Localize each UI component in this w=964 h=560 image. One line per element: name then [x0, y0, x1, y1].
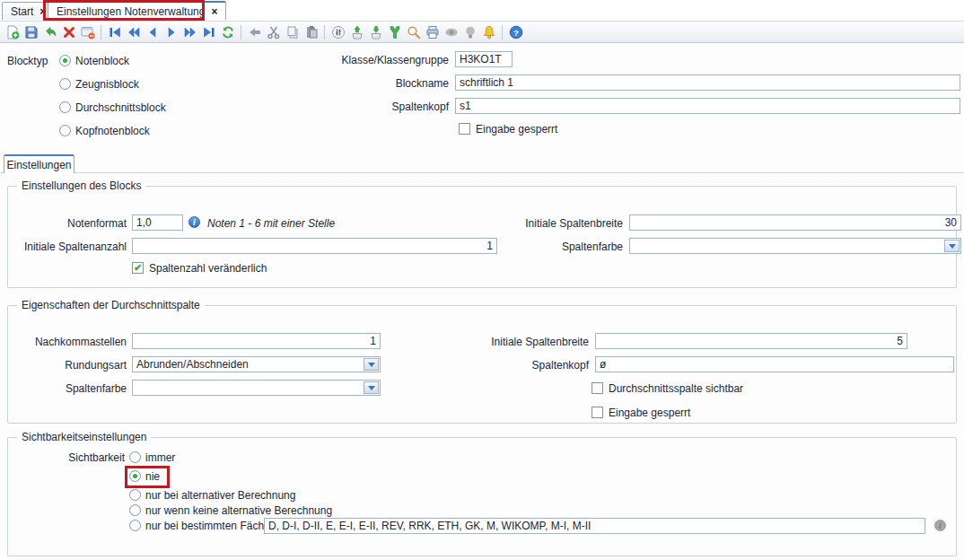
tab-active-close-icon[interactable]: ×: [211, 5, 217, 18]
radio-durchschnittsblock-label: Durchschnittsblock: [75, 100, 166, 116]
radio-nur-bei-bestimmten-faechern[interactable]: [129, 520, 141, 531]
back-arrow-icon[interactable]: [245, 22, 264, 41]
radio-notenblock[interactable]: [59, 55, 71, 66]
chevron-down-icon: [368, 386, 375, 390]
help-icon[interactable]: ?: [506, 22, 525, 41]
export-basket-icon[interactable]: [366, 22, 385, 41]
hint-bulb-icon[interactable]: [460, 22, 479, 41]
main-toolbar: ?: [0, 21, 964, 43]
nav-last-icon[interactable]: [199, 22, 218, 41]
avg-initiale-spaltenbreite-field[interactable]: 5: [595, 333, 907, 349]
klasse-field[interactable]: H3KO1T: [455, 51, 513, 67]
spaltenfarbe-combo[interactable]: [629, 238, 961, 254]
notenformat-info-icon[interactable]: i: [188, 216, 200, 228]
spaltenkopf-field[interactable]: s1: [455, 98, 960, 114]
radio-zeugnisblock[interactable]: [59, 78, 71, 90]
group-eigenschaften-durchschnittspalte: Eigenschaften der Durchschnittspalte Nac…: [7, 305, 957, 424]
notenformat-label: Notenformat: [8, 215, 127, 232]
blockname-field[interactable]: schriftlich 1: [455, 74, 960, 91]
visibility-icon[interactable]: [442, 22, 460, 41]
save-icon[interactable]: [22, 22, 40, 41]
initiale-spaltenbreite-label: Initiale Spaltenbreite: [497, 215, 623, 232]
toolbar-separator: [324, 25, 325, 39]
refresh-icon[interactable]: [218, 22, 237, 41]
radio-nur-bei-alternativer-berechnung-label: nur bei alternativer Berechnung: [145, 487, 295, 503]
avg-spaltenkopf-field[interactable]: ø: [595, 356, 954, 372]
avg-spaltenfarbe-combo[interactable]: [132, 380, 381, 396]
rundungsart-label: Rundungsart: [8, 357, 127, 373]
avg-initiale-spaltenbreite-label: Initiale Spaltenbreite: [463, 334, 589, 350]
spaltenzahl-veraenderlich-checkbox[interactable]: [132, 262, 144, 274]
notenformat-field[interactable]: 1,0: [132, 214, 183, 231]
group-sichtbarkeitseinstellungen: Sichtbarkeitseinstellungen Sichtbarkeit …: [7, 437, 957, 556]
avg-spaltenfarbe-label: Spaltenfarbe: [8, 381, 127, 397]
new-record-icon[interactable]: [3, 22, 22, 41]
svg-text:?: ?: [513, 27, 519, 37]
rundungsart-value: Abrunden/Abschneiden: [136, 358, 249, 371]
faecher-info-icon: i: [934, 520, 946, 531]
radio-zeugnisblock-label: Zeugnisblock: [75, 76, 139, 92]
notification-bell-icon[interactable]: [479, 22, 498, 41]
group-einstellungen-des-blocks: Einstellungen des Blocks Notenformat 1,0…: [7, 186, 957, 288]
options-icon[interactable]: [329, 22, 347, 41]
initiale-spaltenanzahl-field[interactable]: 1: [132, 238, 497, 254]
spaltenfarbe-dropdown-button[interactable]: [944, 240, 960, 252]
radio-immer[interactable]: [129, 451, 141, 463]
nav-first-icon[interactable]: [105, 22, 124, 41]
radio-nur-bei-alternativer-berechnung[interactable]: [129, 489, 141, 501]
tab-start-close-icon[interactable]: ×: [39, 5, 46, 18]
merge-icon[interactable]: [385, 22, 404, 41]
rundungsart-combo[interactable]: Abrunden/Abschneiden: [132, 356, 381, 372]
group-visibility-title: Sichtbarkeitseinstellungen: [17, 430, 151, 444]
durchschnittsspalte-sichtbar-label: Durchschnittsspalte sichtbar: [609, 381, 743, 397]
nachkommastellen-field[interactable]: 1: [132, 333, 381, 349]
avg-eingabe-gesperrt-checkbox[interactable]: [592, 407, 603, 418]
copy-icon[interactable]: [283, 22, 302, 41]
blockname-label: Blockname: [305, 75, 449, 92]
tab-start-label: Start: [11, 5, 33, 18]
durchschnittsspalte-sichtbar-checkbox[interactable]: [592, 382, 603, 394]
cut-icon[interactable]: [264, 22, 283, 41]
eingabe-gesperrt-checkbox[interactable]: [459, 123, 470, 135]
radio-nur-bei-bestimmten-faechern-label: nur bei bestimmten Fächern:: [145, 518, 283, 534]
nav-prev-icon[interactable]: [143, 22, 162, 41]
group-block-title: Einstellungen des Blocks: [17, 179, 145, 193]
radio-nie[interactable]: [129, 470, 141, 482]
avg-spaltenfarbe-dropdown-button[interactable]: [364, 381, 379, 394]
nav-next-fast-icon[interactable]: [180, 22, 199, 41]
faecher-field[interactable]: D, D-I, D-II, E, E-I, E-II, REV, RRK, ET…: [264, 518, 925, 534]
initiale-spaltenbreite-field[interactable]: 30: [629, 214, 961, 231]
radio-durchschnittsblock[interactable]: [59, 101, 71, 113]
avg-spaltenkopf-label: Spaltenkopf: [463, 357, 589, 373]
undo-icon[interactable]: [40, 22, 59, 41]
tab-einstellungen-notenverwaltung[interactable]: Einstellungen Notenverwaltung ×: [48, 1, 226, 20]
radio-nie-label: nie: [145, 468, 160, 485]
nav-prev-fast-icon[interactable]: [124, 22, 143, 41]
radio-nur-wenn-keine-alternative-berechnung[interactable]: [129, 504, 141, 516]
radio-immer-label: immer: [145, 450, 175, 466]
rundungsart-dropdown-button[interactable]: [364, 358, 379, 371]
klasse-label: Klasse/Klassengruppe: [305, 52, 449, 68]
tab-strip-line: [0, 172, 964, 173]
paste-icon[interactable]: [302, 22, 320, 41]
tab-active-label: Einstellungen Notenverwaltung: [57, 5, 205, 18]
spaltenfarbe-label: Spaltenfarbe: [497, 239, 623, 255]
radio-nur-wenn-keine-alternative-berechnung-label: nur wenn keine alternative Berechnung: [145, 503, 332, 519]
print-icon[interactable]: [423, 22, 442, 41]
spaltenzahl-veraenderlich-label: Spaltenzahl veränderlich: [149, 260, 267, 276]
radio-kopfnotenblock[interactable]: [59, 125, 71, 136]
nav-next-icon[interactable]: [162, 22, 180, 41]
import-basket-icon[interactable]: [347, 22, 366, 41]
avg-eingabe-gesperrt-label: Eingabe gesperrt: [609, 405, 690, 421]
tab-einstellungen-label: Einstellungen: [6, 159, 71, 171]
radio-notenblock-label: Notenblock: [75, 53, 129, 69]
delete-icon[interactable]: [59, 22, 78, 41]
search-icon[interactable]: [404, 22, 423, 41]
remove-dataset-icon[interactable]: [78, 22, 97, 41]
chevron-down-icon: [368, 363, 375, 367]
spaltenkopf-label: Spaltenkopf: [305, 99, 449, 115]
window-tab-bar: Start × Einstellungen Notenverwaltung ×: [0, 0, 964, 21]
radio-kopfnotenblock-label: Kopfnotenblock: [75, 123, 150, 139]
toolbar-separator: [241, 25, 241, 39]
tab-einstellungen[interactable]: Einstellungen: [4, 154, 74, 173]
